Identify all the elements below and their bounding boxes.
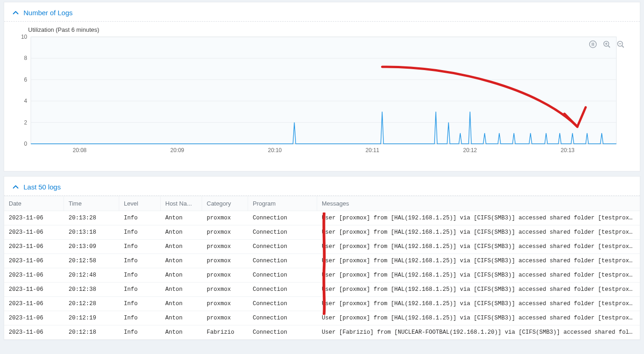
table-row[interactable]: 2023-11-0620:13:09InfoAntonproxmoxConnec…: [4, 240, 640, 254]
cell-time: 20:13:28: [64, 211, 119, 225]
col-header-messages[interactable]: Messages: [317, 196, 640, 211]
last-logs-panel: Last 50 logs Date Time Level Host Na... …: [4, 176, 640, 340]
cell-message: User [proxmox] from [HAL(192.168.1.25)] …: [317, 297, 640, 311]
col-header-time[interactable]: Time: [64, 196, 119, 211]
cell-category: proxmox: [202, 211, 248, 225]
cell-time: 20:12:28: [64, 297, 119, 311]
cell-program: Connection: [248, 268, 317, 282]
table-row[interactable]: 2023-11-0620:12:18InfoAntonFabrizioConne…: [4, 325, 640, 340]
table-row[interactable]: 2023-11-0620:12:28InfoAntonproxmoxConnec…: [4, 297, 640, 311]
col-header-date[interactable]: Date: [4, 196, 64, 211]
svg-text:20:09: 20:09: [170, 147, 184, 153]
cell-time: 20:12:19: [64, 311, 119, 325]
table-row[interactable]: 2023-11-0620:13:18InfoAntonproxmoxConnec…: [4, 225, 640, 240]
cell-level: Info: [119, 240, 161, 254]
svg-text:6: 6: [24, 77, 27, 83]
svg-text:8: 8: [24, 55, 27, 61]
chart-section: Utilization (Past 6 minutes) 024681020:0…: [4, 22, 640, 171]
cell-host: Anton: [161, 211, 202, 225]
zoom-out-icon[interactable]: [616, 40, 625, 49]
cell-message: User [proxmox] from [HAL(192.168.1.25)] …: [317, 240, 640, 254]
cell-level: Info: [119, 283, 161, 296]
cell-message: User [proxmox] from [HAL(192.168.1.25)] …: [317, 283, 640, 296]
cell-date: 2023-11-06: [4, 211, 64, 225]
cell-date: 2023-11-06: [4, 254, 64, 268]
cell-level: Info: [119, 325, 161, 339]
cell-program: Connection: [248, 297, 317, 311]
svg-text:20:08: 20:08: [73, 147, 87, 153]
number-of-logs-header[interactable]: Number of Logs: [4, 2, 640, 22]
col-header-host[interactable]: Host Na...: [161, 196, 202, 211]
cell-host: Anton: [161, 311, 202, 325]
cell-program: Connection: [248, 311, 317, 325]
chart-toolbar: [588, 40, 625, 49]
table-row[interactable]: 2023-11-0620:12:19InfoAntonproxmoxConnec…: [4, 311, 640, 325]
cell-time: 20:13:18: [64, 225, 119, 239]
zoom-in-icon[interactable]: [602, 40, 611, 49]
svg-text:20:10: 20:10: [268, 147, 282, 153]
cell-program: Connection: [248, 225, 317, 239]
cell-category: proxmox: [202, 240, 248, 254]
cell-level: Info: [119, 254, 161, 268]
svg-rect-1: [592, 43, 593, 46]
chart-subtitle: Utilization (Past 6 minutes): [28, 26, 632, 33]
svg-rect-2: [593, 43, 594, 46]
logs-table-body: 2023-11-0620:13:28InfoAntonproxmoxConnec…: [4, 211, 640, 340]
cell-time: 20:13:09: [64, 240, 119, 254]
chart-svg: 024681020:0820:0920:1020:1120:1220:13: [12, 34, 620, 159]
cell-program: Connection: [248, 211, 317, 225]
cell-host: Anton: [161, 225, 202, 239]
cell-date: 2023-11-06: [4, 325, 64, 339]
last-logs-header[interactable]: Last 50 logs: [4, 177, 640, 196]
cell-host: Anton: [161, 240, 202, 254]
chevron-up-icon: [12, 10, 19, 16]
svg-point-0: [590, 41, 597, 48]
col-header-level[interactable]: Level: [119, 196, 161, 211]
chevron-up-icon: [12, 184, 19, 190]
cell-program: Connection: [248, 325, 317, 339]
cell-program: Connection: [248, 240, 317, 254]
cell-category: proxmox: [202, 283, 248, 296]
cell-time: 20:12:58: [64, 254, 119, 268]
cell-level: Info: [119, 297, 161, 311]
col-header-category[interactable]: Category: [202, 196, 248, 211]
cell-time: 20:12:38: [64, 283, 119, 296]
last-logs-title: Last 50 logs: [23, 183, 61, 191]
svg-text:10: 10: [21, 34, 28, 40]
col-header-program[interactable]: Program: [248, 196, 317, 211]
cell-message: User [Fabrizio] from [NUCLEAR-FOOTBAL(19…: [317, 325, 640, 339]
cell-date: 2023-11-06: [4, 283, 64, 296]
number-of-logs-panel: Number of Logs Utilization (Past 6 minut…: [4, 2, 640, 171]
table-row[interactable]: 2023-11-0620:12:58InfoAntonproxmoxConnec…: [4, 254, 640, 268]
svg-text:20:13: 20:13: [561, 147, 574, 153]
cell-date: 2023-11-06: [4, 240, 64, 254]
cell-date: 2023-11-06: [4, 297, 64, 311]
cell-host: Anton: [161, 283, 202, 296]
cell-host: Anton: [161, 297, 202, 311]
cell-message: User [proxmox] from [HAL(192.168.1.25)] …: [317, 254, 640, 268]
cell-host: Anton: [161, 325, 202, 339]
number-of-logs-title: Number of Logs: [23, 9, 73, 17]
svg-rect-10: [31, 37, 616, 144]
cell-category: proxmox: [202, 297, 248, 311]
svg-text:20:11: 20:11: [366, 147, 379, 153]
cell-category: proxmox: [202, 311, 248, 325]
table-row[interactable]: 2023-11-0620:12:38InfoAntonproxmoxConnec…: [4, 283, 640, 297]
utilization-chart[interactable]: 024681020:0820:0920:1020:1120:1220:13: [12, 34, 632, 160]
cell-category: proxmox: [202, 268, 248, 282]
svg-text:4: 4: [24, 98, 27, 104]
cell-date: 2023-11-06: [4, 225, 64, 239]
table-row[interactable]: 2023-11-0620:13:28InfoAntonproxmoxConnec…: [4, 211, 640, 225]
cell-level: Info: [119, 225, 161, 239]
cell-program: Connection: [248, 283, 317, 296]
cell-date: 2023-11-06: [4, 311, 64, 325]
pause-icon[interactable]: [588, 40, 598, 49]
cell-level: Info: [119, 311, 161, 325]
cell-time: 20:12:48: [64, 268, 119, 282]
cell-category: proxmox: [202, 225, 248, 239]
table-row[interactable]: 2023-11-0620:12:48InfoAntonproxmoxConnec…: [4, 268, 640, 283]
svg-text:0: 0: [24, 141, 27, 147]
cell-message: User [proxmox] from [HAL(192.168.1.25)] …: [317, 311, 640, 325]
cell-host: Anton: [161, 254, 202, 268]
cell-level: Info: [119, 211, 161, 225]
